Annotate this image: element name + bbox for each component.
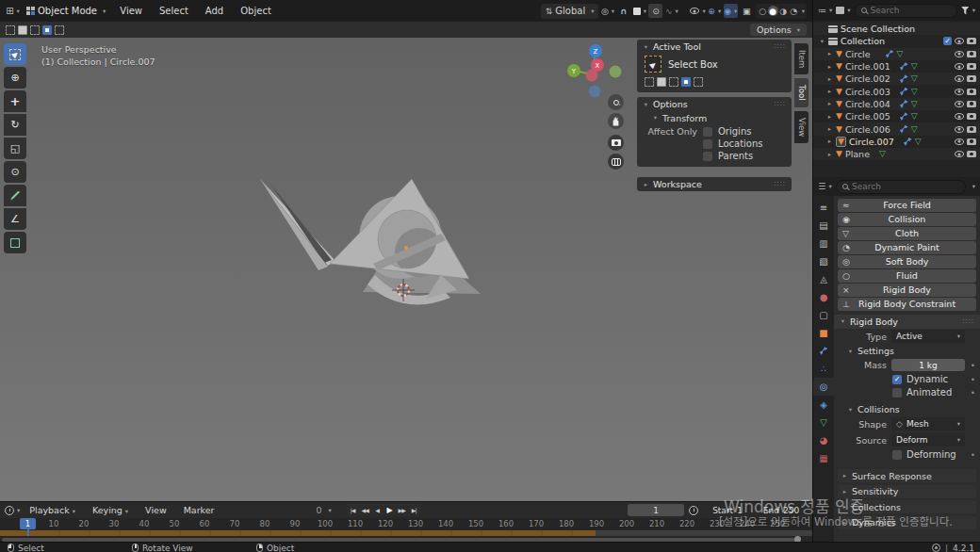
outliner-editor-type-button[interactable]: ≔▾ [818, 4, 832, 18]
tool-scale-button[interactable]: ◱ [4, 138, 26, 159]
surface-response-section[interactable]: ▸Surface Response [838, 469, 976, 482]
affect-locations-checkbox[interactable] [703, 139, 712, 149]
shading-wireframe-button[interactable]: ○ [758, 6, 768, 16]
outliner-row-circle005[interactable]: ▸▼ Circle.005 ▽ [813, 110, 980, 122]
properties-search[interactable] [836, 180, 966, 194]
outliner-row-circle003[interactable]: ▸▼ Circle.003 ▽ [813, 85, 980, 97]
tab-modifiers[interactable] [813, 342, 834, 360]
sidebar-tab-tool[interactable]: Tool [794, 78, 808, 107]
current-frame-badge[interactable]: 1 [20, 518, 36, 529]
fluid-button[interactable]: ○Fluid [838, 269, 976, 283]
collections-section[interactable]: ▸Collections [838, 500, 976, 513]
collection-checkbox[interactable]: ✓ [943, 37, 952, 45]
collection-render-icon[interactable] [967, 38, 976, 44]
gizmos-dropdown[interactable]: ⊕▾ [708, 4, 722, 18]
menu-add[interactable]: Add [198, 6, 231, 16]
proportional-falloff-dropdown[interactable]: ∿▾ [664, 4, 678, 18]
timeline-scrollbar[interactable] [2, 538, 799, 542]
outliner-row-circle001[interactable]: ▸▼ Circle.001 ▽ [813, 60, 980, 73]
mass-field[interactable]: 1 kg [891, 359, 965, 371]
keying-menu[interactable]: Keying▾ [85, 505, 136, 515]
collision-button[interactable]: ◉Collision [838, 213, 976, 226]
tab-material[interactable]: ◕ [813, 431, 834, 449]
play-reverse-button[interactable]: ◀ [371, 504, 384, 516]
tool-measure-button[interactable]: ∠ [4, 208, 26, 230]
outliner-filter-dropdown[interactable]: ▾ [961, 4, 975, 18]
deforming-animate-dot[interactable]: • [970, 450, 976, 460]
current-frame-field[interactable]: 1 [628, 504, 684, 516]
use-preview-range-button[interactable] [686, 503, 700, 517]
shading-solid-button[interactable]: ● [768, 6, 778, 16]
rigid-body-panel-header[interactable]: ▾Rigid Body∷∷ [834, 315, 980, 329]
play-button[interactable]: ▶ [384, 504, 396, 516]
settings-subpanel-header[interactable]: ▾Settings [834, 345, 980, 358]
mass-animate-dot[interactable]: • [970, 361, 976, 370]
proportional-edit-toggle[interactable]: ⊙ [648, 4, 662, 18]
collection-expand-caret[interactable]: ▾ [819, 38, 825, 45]
tab-scene[interactable]: ◬ [813, 270, 834, 288]
tab-object-data[interactable]: ▽ [813, 414, 834, 431]
outliner-row-scene-collection[interactable]: Scene Collection [813, 23, 980, 35]
tab-collection[interactable]: ▢ [813, 306, 834, 324]
show-hide-dropdown[interactable]: ▾ [690, 4, 705, 18]
shading-material-button[interactable]: ◑ [778, 6, 789, 16]
sidebar-tab-view[interactable]: View [794, 111, 808, 143]
outliner-row-plane[interactable]: ▸▼ Plane ▽ [813, 148, 980, 160]
overlays-dropdown[interactable]: ◉▾ [724, 4, 738, 18]
playback-menu[interactable]: Playback▾ [22, 505, 83, 515]
timeline-ruler[interactable]: 1 10 20 30 40 50 60 70 80 90 100 110 120… [0, 518, 812, 530]
affect-parents-checkbox[interactable] [703, 152, 712, 161]
xray-toggle[interactable]: ▣ [740, 4, 754, 18]
menu-view[interactable]: View [112, 6, 150, 16]
panel-drag-dots[interactable]: ∷∷ [775, 42, 786, 51]
force-field-button[interactable]: ≈Force Field [838, 199, 976, 212]
tool-cursor-button[interactable]: ⊕ [4, 67, 26, 89]
sensitivity-section[interactable]: ▸Sensitivity [838, 485, 976, 498]
timeline-view-menu[interactable]: View [138, 505, 174, 515]
select-mode-set-button[interactable] [6, 25, 15, 35]
affect-origins-checkbox[interactable] [703, 127, 712, 137]
viewport-options-button[interactable]: Options▾ [750, 24, 807, 36]
frame-end-field[interactable]: End250 [755, 504, 808, 516]
snap-toggle[interactable]: ∩ [616, 4, 630, 18]
tool-add-cube-button[interactable] [4, 232, 26, 253]
timeline-editor-type-button[interactable]: ▾ [5, 503, 20, 517]
soft-body-button[interactable]: ◎Soft Body [838, 255, 976, 268]
menu-select[interactable]: Select [152, 6, 196, 16]
properties-options-caret[interactable]: ▾ [972, 183, 975, 190]
select-mode-intersect-button[interactable] [55, 25, 64, 35]
perspective-toggle-button[interactable] [608, 154, 624, 170]
shape-dropdown[interactable]: ◇Mesh▾ [891, 417, 965, 430]
outliner-row-circle002[interactable]: ▸▼ Circle.002 ▽ [813, 73, 980, 85]
panel-mode-subtract[interactable] [669, 77, 678, 87]
tab-object[interactable]: ■ [813, 324, 834, 342]
auto-keying-button[interactable]: ▾ [311, 504, 337, 516]
viewport-3d[interactable]: User Perspective (1) Collection | Circle… [0, 38, 812, 501]
menu-object[interactable]: Object [233, 6, 279, 16]
tool-select-box-button[interactable]: ▶ [4, 43, 26, 65]
pan-hand-button[interactable] [608, 113, 624, 129]
camera-view-button[interactable] [608, 135, 624, 151]
select-mode-extend-button[interactable] [18, 25, 27, 35]
panel-mode-extend[interactable] [657, 77, 666, 87]
source-dropdown[interactable]: Deform▾ [891, 433, 965, 446]
visibility-icon[interactable] [955, 51, 964, 57]
panel-mode-invert[interactable] [681, 77, 691, 87]
tab-output[interactable]: ▥ [813, 235, 834, 252]
frame-start-field[interactable]: Start1 [702, 504, 753, 516]
outliner-row-circle006[interactable]: ▸▼ Circle.006 ▽ [813, 122, 980, 135]
outliner-display-mode-dropdown[interactable]: ▾ [836, 4, 850, 18]
prev-keyframe-button[interactable]: ◀◀ [359, 504, 371, 516]
zoom-button[interactable] [608, 94, 624, 110]
panel-mode-intersect[interactable] [694, 77, 703, 87]
editor-type-button[interactable]: ⊞▾ [6, 4, 20, 18]
tab-tool[interactable]: ≡ [813, 199, 834, 217]
playhead-line[interactable] [27, 529, 29, 536]
tab-render[interactable]: ▤ [813, 217, 834, 235]
tab-physics-active[interactable]: ◎ [813, 378, 834, 396]
outliner-search[interactable] [855, 4, 957, 18]
mode-dropdown[interactable]: Object Mode▾ [22, 4, 110, 19]
select-mode-subtract-button[interactable] [30, 25, 40, 35]
workspace-panel[interactable]: ▸Workspace∷∷ [637, 177, 792, 191]
outliner-row-collection[interactable]: ▾ Collection ✓ [813, 35, 980, 47]
